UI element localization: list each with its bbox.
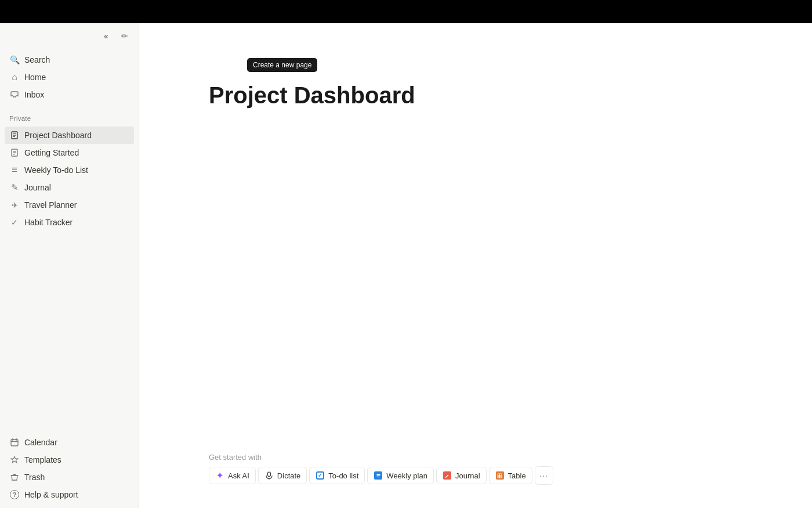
more-actions-button[interactable]: ···	[535, 466, 553, 485]
sidebar-nav-top: 🔍 Search ⌂ Home Inbox	[0, 49, 139, 106]
page-icon-getting-started	[9, 147, 20, 158]
top-bar	[0, 0, 812, 23]
sidebar-item-weekly-todo[interactable]: ≡ Weekly To-do List	[5, 161, 134, 179]
more-icon: ···	[539, 471, 548, 480]
templates-icon	[9, 455, 20, 465]
sidebar-nav-private: Project Dashboard Getting Started ≡ Week…	[0, 124, 139, 233]
app-container: ✏ Create a new page 🔍 Search ⌂ Home	[0, 23, 812, 508]
journal-button[interactable]: Journal	[436, 467, 487, 484]
sidebar-label-trash: Trash	[24, 473, 45, 482]
sidebar-item-home[interactable]: ⌂ Home	[5, 69, 134, 86]
todo-list-button[interactable]: ✓ To-do list	[309, 467, 365, 484]
collapse-icon	[104, 31, 108, 41]
table-label: Table	[508, 471, 526, 480]
sidebar-spacer	[0, 233, 139, 431]
trash-icon	[9, 472, 20, 482]
help-icon: ?	[9, 489, 20, 500]
sidebar-item-habit-tracker[interactable]: ✓ Habit Tracker	[5, 214, 134, 231]
journal-icon	[443, 471, 452, 480]
sidebar-item-search[interactable]: 🔍 Search	[5, 51, 134, 69]
new-page-tooltip: Create a new page	[247, 58, 317, 72]
home-icon: ⌂	[9, 72, 20, 82]
sidebar: ✏ Create a new page 🔍 Search ⌂ Home	[0, 23, 139, 508]
sidebar-item-help[interactable]: ? Help & support	[5, 486, 134, 503]
sidebar-label-search: Search	[24, 55, 50, 64]
sidebar-label-getting-started: Getting Started	[24, 148, 79, 157]
main-content: Project Dashboard Get started with ✦ Ask…	[139, 23, 812, 508]
svg-rect-13	[267, 472, 270, 477]
list-icon: ≡	[9, 165, 20, 175]
sidebar-label-home: Home	[24, 73, 46, 82]
mic-icon	[264, 471, 274, 480]
plane-icon: ✈	[9, 200, 20, 210]
todo-list-label: To-do list	[328, 471, 358, 480]
ask-ai-label: Ask AI	[228, 471, 249, 480]
sidebar-item-templates[interactable]: Templates	[5, 451, 134, 469]
sidebar-item-trash[interactable]: Trash	[5, 469, 134, 486]
dictate-label: Dictate	[277, 471, 300, 480]
search-icon: 🔍	[9, 55, 20, 65]
sidebar-label-habit-tracker: Habit Tracker	[24, 218, 72, 227]
get-started-label: Get started with	[209, 453, 766, 462]
collapse-sidebar-button[interactable]	[98, 28, 114, 44]
weekly-plan-label: Weekly plan	[386, 471, 427, 480]
sidebar-label-help: Help & support	[24, 490, 78, 499]
page-title: Project Dashboard	[209, 81, 766, 109]
sidebar-nav-bottom: Calendar Templates Trash	[0, 431, 139, 508]
sidebar-item-travel-planner[interactable]: ✈ Travel Planner	[5, 196, 134, 214]
sidebar-label-journal: Journal	[24, 183, 51, 192]
sidebar-item-inbox[interactable]: Inbox	[5, 86, 134, 103]
sidebar-item-getting-started[interactable]: Getting Started	[5, 144, 134, 161]
weekly-plan-button[interactable]: Weekly plan	[367, 467, 434, 484]
weekly-plan-icon	[374, 471, 383, 480]
page-body: Project Dashboard	[139, 23, 812, 441]
sidebar-item-calendar[interactable]: Calendar	[5, 434, 134, 451]
sidebar-header: ✏ Create a new page	[0, 23, 139, 49]
ai-icon: ✦	[215, 471, 224, 480]
sidebar-label-weekly-todo: Weekly To-do List	[24, 165, 88, 175]
calendar-icon	[9, 437, 20, 448]
sidebar-label-project-dashboard: Project Dashboard	[24, 131, 92, 140]
todo-icon: ✓	[316, 471, 325, 480]
page-icon-project	[9, 130, 20, 140]
inbox-icon	[9, 89, 20, 100]
table-button[interactable]: Table	[489, 467, 532, 484]
ask-ai-button[interactable]: ✦ Ask AI	[209, 467, 256, 484]
sidebar-label-travel-planner: Travel Planner	[24, 200, 77, 210]
sidebar-label-templates: Templates	[24, 455, 61, 464]
bottom-toolbar-area: Get started with ✦ Ask AI	[139, 441, 812, 508]
sidebar-label-calendar: Calendar	[24, 438, 57, 447]
table-icon	[495, 471, 505, 480]
pencil-icon: ✎	[9, 182, 20, 193]
sidebar-item-project-dashboard[interactable]: Project Dashboard	[5, 127, 134, 144]
new-page-icon: ✏	[121, 31, 128, 41]
private-section-label: Private	[0, 106, 139, 124]
sidebar-item-journal[interactable]: ✎ Journal	[5, 179, 134, 196]
check-icon: ✓	[9, 217, 20, 228]
dictate-button[interactable]: Dictate	[258, 467, 307, 484]
quick-actions-bar: ✦ Ask AI Dictate	[209, 466, 766, 485]
journal-label: Journal	[455, 471, 480, 480]
svg-rect-8	[11, 439, 18, 446]
new-page-button[interactable]: ✏	[117, 28, 133, 44]
sidebar-label-inbox: Inbox	[24, 90, 44, 99]
